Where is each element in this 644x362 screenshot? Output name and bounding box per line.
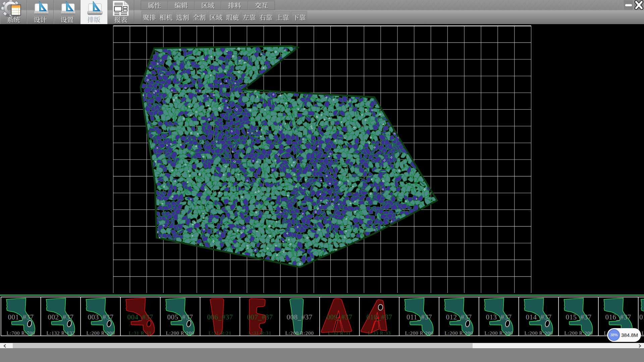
svg-text:L:200 R:200: L:200 R:200 xyxy=(444,330,473,336)
svg-text:L:33 R:33: L:33 R:33 xyxy=(368,330,391,336)
svg-text:010_#37: 010_#37 xyxy=(367,313,392,321)
svg-text:008_#37: 008_#37 xyxy=(287,313,313,321)
svg-text:007_#37: 007_#37 xyxy=(247,313,273,321)
svg-text:011_#37: 011_#37 xyxy=(407,313,432,321)
svg-text:L:21 R:21: L:21 R:21 xyxy=(209,330,231,336)
svg-text:017_#37: 017_#37 xyxy=(639,313,644,321)
svg-text:014_#37: 014_#37 xyxy=(526,313,552,321)
svg-text:012_#37: 012_#37 xyxy=(446,313,472,321)
svg-text:001_#37: 001_#37 xyxy=(8,313,34,321)
svg-text:015_#37: 015_#37 xyxy=(566,313,592,321)
svg-text:L:200 R:200: L:200 R:200 xyxy=(405,330,433,336)
svg-text:L:200 R:200: L:200 R:200 xyxy=(285,330,314,336)
svg-text:009_#37: 009_#37 xyxy=(327,313,353,321)
svg-text:L:32 R:31: L:32 R:31 xyxy=(328,330,351,336)
svg-text:L:132 R:132: L:132 R:132 xyxy=(46,330,75,336)
svg-text:003_#37: 003_#37 xyxy=(88,313,114,321)
svg-text:L:200 R:200: L:200 R:200 xyxy=(564,330,593,336)
svg-text:L:31 R:31: L:31 R:31 xyxy=(249,330,271,336)
svg-text:002_#37: 002_#37 xyxy=(48,313,74,321)
svg-text:005_#37: 005_#37 xyxy=(167,313,193,321)
svg-text:L:200 R:200: L:200 R:200 xyxy=(642,330,644,336)
svg-text:L:700 R:700: L:700 R:700 xyxy=(6,330,35,336)
svg-text:L:200 R:200: L:200 R:200 xyxy=(166,330,194,336)
svg-text:004_#37: 004_#37 xyxy=(127,313,153,321)
svg-text:L:200 R:200: L:200 R:200 xyxy=(484,330,513,336)
svg-text:013_#37: 013_#37 xyxy=(486,313,512,321)
svg-text:L:31 R:31: L:31 R:31 xyxy=(129,330,152,336)
svg-text:L:200 R:200: L:200 R:200 xyxy=(524,330,553,336)
svg-text:006_#37: 006_#37 xyxy=(207,313,233,321)
svg-text:L:200 R:200: L:200 R:200 xyxy=(86,330,115,336)
svg-text:016_#37: 016_#37 xyxy=(605,313,631,321)
